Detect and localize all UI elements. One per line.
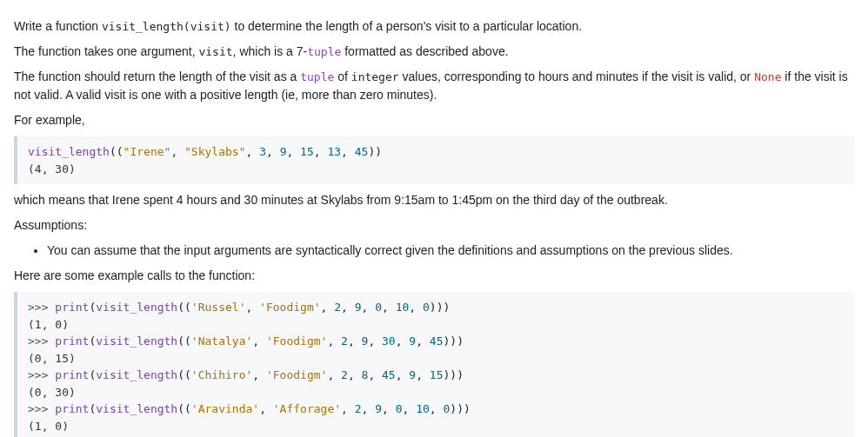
- keyword-none: None: [754, 70, 781, 83]
- text: The function should return the length of…: [14, 70, 300, 83]
- console-output: (1, 0): [28, 316, 844, 334]
- text: formatted as described above.: [341, 44, 508, 58]
- text: The function takes one argument,: [14, 44, 198, 58]
- console-call: >>> print(visit_length(('Natalya', 'Food…: [28, 333, 844, 350]
- console-output: (1, 0): [28, 418, 844, 435]
- para-2: The function takes one argument, visit, …: [14, 43, 854, 61]
- text: Write a function: [14, 19, 102, 33]
- console-output: (0, 15): [28, 350, 844, 367]
- inline-code-visit-length: visit_length(visit): [102, 20, 231, 33]
- keyword-tuple: tuple: [300, 70, 334, 83]
- inline-code-visit: visit: [198, 45, 232, 58]
- keyword-tuple: tuple: [307, 45, 341, 58]
- text: , which is a 7-: [233, 44, 308, 58]
- examples-heading: Here are some example calls to the funct…: [14, 267, 854, 285]
- para-for-example: For example,: [14, 111, 854, 129]
- console-codebox: >>> print(visit_length(('Russel', 'Foodi…: [14, 292, 854, 437]
- text: of: [334, 70, 351, 83]
- console-call: >>> print(visit_length(('Chihiro', 'Food…: [28, 367, 844, 384]
- keyword-integer: integer: [351, 70, 399, 83]
- console-call: >>> print(visit_length(('Russel', 'Foodi…: [28, 299, 844, 316]
- assumptions-heading: Assumptions:: [14, 216, 854, 235]
- text: to determine the length of a person's vi…: [231, 19, 582, 33]
- text: values, corresponding to hours and minut…: [399, 70, 755, 83]
- para-3: The function should return the length of…: [14, 68, 854, 104]
- console-output: (0, 30): [28, 384, 844, 401]
- assumptions-list: You can assume that the input arguments …: [31, 242, 854, 260]
- code-line: visit_length(("Irene", "Skylabs", 3, 9, …: [28, 143, 844, 161]
- example-codebox: visit_length(("Irene", "Skylabs", 3, 9, …: [14, 136, 854, 184]
- para-1: Write a function visit_length(visit) to …: [14, 17, 854, 36]
- console-call: >>> print(visit_length(('Aravinda', 'Aff…: [28, 401, 844, 418]
- code-output: (4, 30): [28, 161, 844, 178]
- assumption-item: You can assume that the input arguments …: [47, 242, 854, 260]
- para-explanation: which means that Irene spent 4 hours and…: [14, 191, 854, 209]
